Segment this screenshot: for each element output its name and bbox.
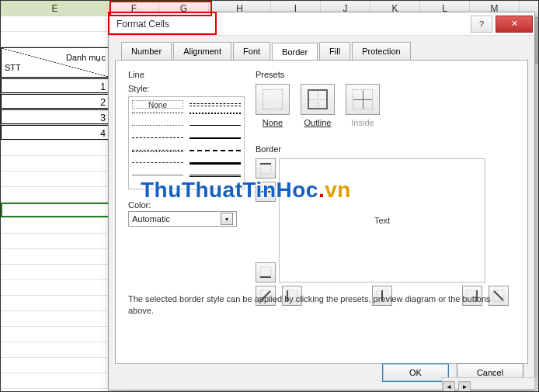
- cell[interactable]: [1, 16, 110, 31]
- preset-outline: Outline: [301, 84, 335, 127]
- tab-protection[interactable]: Protection: [352, 42, 411, 60]
- border-middle-h-button[interactable]: [256, 182, 276, 202]
- cell[interactable]: [1, 234, 110, 248]
- style-swatch[interactable]: [190, 113, 241, 121]
- tab-alignment[interactable]: Alignment: [173, 42, 231, 60]
- cell[interactable]: Danh mụcSTT: [1, 47, 110, 78]
- cell[interactable]: [1, 156, 110, 171]
- line-section: Line Style: None Color:: [128, 70, 245, 227]
- horizontal-scrollbar[interactable]: ◄ ►: [442, 377, 535, 390]
- style-swatch[interactable]: [132, 162, 183, 171]
- svg-rect-2: [260, 191, 271, 193]
- style-none[interactable]: None: [132, 100, 183, 109]
- cell[interactable]: 1: [1, 78, 110, 93]
- help-text: The selected border style can be applied…: [128, 293, 515, 317]
- style-swatch[interactable]: [190, 137, 241, 146]
- cell[interactable]: [1, 32, 110, 47]
- cell[interactable]: 2: [1, 94, 110, 109]
- style-swatch[interactable]: [132, 137, 183, 146]
- cell[interactable]: [1, 327, 110, 342]
- cell[interactable]: [1, 140, 110, 155]
- cell[interactable]: 3: [1, 109, 110, 124]
- border-bottom-button[interactable]: [256, 262, 276, 283]
- cell[interactable]: [1, 187, 110, 202]
- tab-border[interactable]: Border: [272, 43, 318, 61]
- line-label: Line: [128, 70, 245, 79]
- chevron-down-icon[interactable]: ▾: [221, 213, 233, 225]
- preset-inside-button[interactable]: [346, 84, 380, 115]
- scroll-right-icon[interactable]: ►: [458, 381, 471, 392]
- close-button[interactable]: ✕: [496, 16, 533, 33]
- cell[interactable]: [1, 296, 110, 310]
- cell[interactable]: [1, 280, 110, 295]
- style-swatch[interactable]: [132, 113, 183, 121]
- cell[interactable]: [1, 172, 110, 186]
- svg-rect-5: [260, 267, 271, 276]
- presets-section: Presets None Outline Inside: [256, 70, 380, 127]
- style-label: Style:: [128, 84, 245, 93]
- line-style-picker[interactable]: None: [128, 96, 245, 189]
- style-swatch[interactable]: [132, 125, 183, 134]
- color-value: Automatic: [132, 214, 170, 224]
- cell[interactable]: 4: [1, 125, 110, 140]
- style-swatch[interactable]: [190, 175, 241, 178]
- scroll-left-icon[interactable]: ◄: [443, 381, 455, 392]
- border-panel: Line Style: None Color:: [115, 60, 528, 364]
- format-cells-dialog: Format Cells ? ✕ NumberAlignmentFontBord…: [108, 12, 535, 390]
- preset-inside: Inside: [346, 84, 380, 127]
- style-swatch[interactable]: [190, 125, 241, 134]
- preset-none: None: [256, 84, 290, 127]
- style-swatch[interactable]: [132, 175, 183, 183]
- style-swatch[interactable]: [190, 150, 241, 158]
- border-label: Border: [256, 144, 509, 154]
- border-preview[interactable]: Text: [279, 158, 485, 283]
- cell[interactable]: [1, 218, 110, 233]
- cell[interactable]: [1, 203, 110, 217]
- cell[interactable]: [1, 358, 110, 373]
- preset-none-button[interactable]: [256, 84, 290, 115]
- tab-number[interactable]: Number: [121, 42, 172, 60]
- cell[interactable]: [1, 342, 110, 357]
- dialog-tabs: NumberAlignmentFontBorderFillProtection: [121, 42, 528, 60]
- help-button[interactable]: ?: [471, 16, 492, 33]
- ok-button[interactable]: OK: [382, 363, 449, 382]
- tab-font[interactable]: Font: [233, 42, 270, 60]
- tab-fill[interactable]: Fill: [319, 42, 350, 60]
- cell[interactable]: [1, 311, 110, 326]
- cell[interactable]: [1, 373, 110, 388]
- border-top-button[interactable]: [256, 158, 276, 179]
- presets-label: Presets: [256, 70, 380, 79]
- color-dropdown[interactable]: Automatic ▾: [128, 211, 237, 227]
- style-swatch[interactable]: [132, 150, 183, 152]
- column-header-e[interactable]: E: [1, 1, 110, 16]
- svg-rect-1: [260, 165, 271, 174]
- dialog-titlebar: Format Cells ? ✕: [109, 12, 534, 36]
- style-swatch[interactable]: [190, 162, 241, 171]
- cell[interactable]: [1, 265, 110, 279]
- preset-outline-button[interactable]: [301, 84, 335, 115]
- border-section: Border Text: [256, 144, 509, 306]
- dialog-title: Format Cells: [116, 19, 169, 29]
- cell[interactable]: [1, 249, 110, 264]
- color-label: Color:: [128, 200, 245, 210]
- style-swatch[interactable]: [190, 103, 241, 106]
